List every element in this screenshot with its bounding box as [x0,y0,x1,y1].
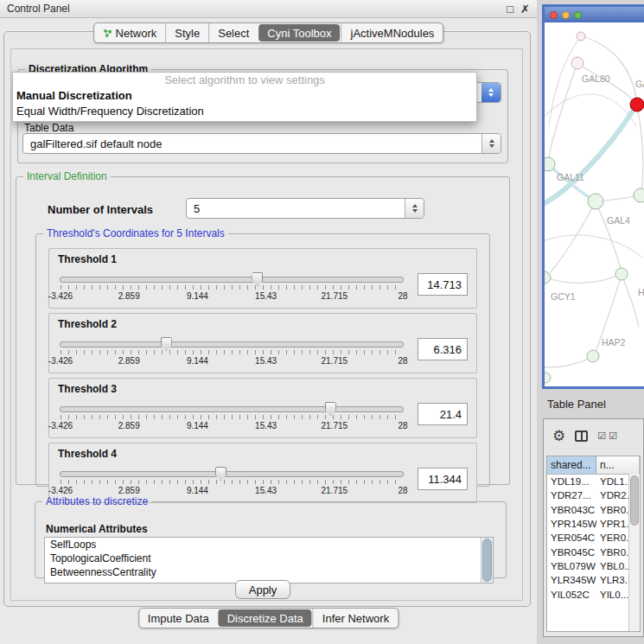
table-row[interactable]: YBR043CYBR0... [547,503,640,517]
axis-tick-label: 15.43 [255,356,277,366]
attribute-item-selfloops[interactable]: SelfLoops [45,538,493,552]
axis-tick-label: 9.144 [187,291,208,301]
column-header-name[interactable]: n... [596,456,640,474]
algorithm-dropdown-popup: Select algorithm to view settings Manual… [12,72,477,122]
minimize-traffic-light-icon[interactable] [562,11,570,19]
threshold-3-value-field[interactable]: 21.4 [418,403,468,425]
slider-axis-labels: -3.4262.8599.14415.4321.71528 [61,291,403,302]
network-node-red-node[interactable] [630,98,644,112]
num-intervals-value: 5 [187,202,200,215]
tab-jactivemnodules-label: jActiveMNodules [351,27,435,40]
attributes-scrollbar[interactable] [481,538,493,583]
network-graph[interactable]: GAL80GAGAL11GAL4GCY1HHAP2 [545,22,644,386]
table-row[interactable]: YDL19...YDL1... [547,475,640,488]
bottom-tab-discretize-data-label: Discretize Data [227,612,303,625]
threshold-1-slider-thumb[interactable] [252,272,263,286]
network-node-top-node[interactable] [577,32,585,41]
threshold-2-slider-thumb[interactable] [161,337,172,351]
apply-button[interactable]: Apply [235,580,290,599]
network-node-gal11[interactable] [545,157,555,171]
table-row[interactable]: YPR145WYPR1... [547,517,640,531]
bottom-tab-infer-network[interactable]: Infer Network [313,609,398,628]
algorithm-option-manual-discretization[interactable]: Manual Discretization [13,88,476,104]
bottom-tab-infer-network-label: Infer Network [322,612,389,625]
num-intervals-select[interactable]: 5 [186,198,424,219]
scrollbar-thumb[interactable] [482,539,492,582]
bottom-tab-impute-data[interactable]: Impute Data [139,609,218,628]
tab-select[interactable]: Select [208,23,258,42]
node-label-gcy1: GCY1 [551,291,576,302]
axis-tick-label: 28 [398,486,407,495]
axis-tick-label: 28 [398,421,407,430]
tab-network[interactable]: Network [94,23,166,42]
network-node-right-node[interactable] [634,188,644,202]
axis-tick-label: -3.426 [48,486,73,495]
node-table: shared...n... YDL19...YDL1...YDR27...YDR… [546,456,641,632]
attribute-item-betweennesscentrality[interactable]: BetweennessCentrality [45,565,493,579]
network-canvas[interactable]: GAL80GAGAL11GAL4GCY1HHAP2 [545,22,644,386]
thresholds-container: Threshold 1-3.4262.8599.14415.4321.71528… [48,248,477,503]
algorithm-option-equal-width-frequency-discretization[interactable]: Equal Width/Frequency Discretization [13,104,476,119]
threshold-4-value-field[interactable]: 11.344 [418,468,468,490]
threshold-2-value-field[interactable]: 6.316 [418,338,468,360]
table-row[interactable]: YER054CYER0... [547,531,640,545]
threshold-4-slider[interactable] [60,471,404,477]
axis-tick-label: 21.715 [322,421,348,430]
table-row[interactable]: YIL052CYIL0... [547,587,640,601]
slider-tick-marks [61,480,403,484]
network-node-gal4[interactable] [588,194,603,209]
table-row[interactable]: YDR27...YDR2... [547,488,640,502]
table-data-select[interactable]: galFiltered.sif default node [22,133,501,154]
close-traffic-light-icon[interactable] [550,11,558,19]
network-node-hap2[interactable] [587,350,599,362]
column-header-shared-name[interactable]: shared... [547,456,596,474]
table-scrollbar[interactable] [628,474,640,631]
attribute-item-topologicalcoefficient[interactable]: TopologicalCoefficient [45,552,493,565]
cell-shared-name: YER054C [547,532,596,543]
axis-tick-label: 2.859 [118,486,140,495]
node-label-h-fragment: H [638,287,644,297]
clear-selection-icon[interactable]: ☑ [609,431,617,441]
network-node-mid-node[interactable] [615,268,628,280]
select-all-icon[interactable]: ☑ [597,431,606,441]
bottom-tab-discretize-data[interactable]: Discretize Data [219,609,312,627]
control-panel-titlebar: Control Panel □ ✗ [0,0,537,18]
threshold-2-slider[interactable] [60,341,404,348]
axis-tick-label: 21.715 [322,291,348,301]
cell-shared-name: YBR045C [547,547,596,558]
tab-cyni-toolbox[interactable]: Cyni Toolbox [258,24,340,41]
combo-arrows-icon[interactable] [405,199,424,218]
network-node-gal80[interactable] [571,57,583,69]
threshold-3-slider-thumb[interactable] [325,402,336,416]
zoom-traffic-light-icon[interactable] [574,11,582,19]
threshold-3-label: Threshold 3 [58,383,468,395]
threshold-4-slider-thumb[interactable] [215,467,226,481]
network-node-gcy1[interactable] [545,271,551,284]
cell-shared-name: YIL052C [547,590,596,600]
cell-shared-name: YPR145W [547,519,596,529]
threshold-1-slider[interactable] [60,277,404,283]
threshold-3-slider[interactable] [60,406,404,412]
table-data-select-value: galFiltered.sif default node [23,137,162,150]
threshold-1-value-field[interactable]: 14.713 [418,273,468,296]
network-node-bottom-left-node[interactable] [545,373,551,383]
columns-icon[interactable] [575,430,588,442]
table-row[interactable]: YBR045CYBR0... [547,545,640,558]
algorithm-hint-option[interactable]: Select algorithm to view settings [13,73,476,88]
thresholds-group: Threshold's Coordinates for 5 Intervals … [35,227,490,487]
network-window-titlebar[interactable] [545,7,644,22]
table-row[interactable]: YLR345WYLR3... [547,573,640,587]
tab-cyni-toolbox-label: Cyni Toolbox [267,27,331,40]
tab-jactivemnodules[interactable]: jActiveMNodules [341,23,443,42]
table-data-label: Table Data [24,122,73,134]
float-window-icon[interactable]: □ [507,3,513,16]
close-icon[interactable]: ✗ [520,3,530,16]
combo-arrows-icon[interactable] [481,83,501,102]
gear-icon[interactable]: ⚙ [552,429,565,443]
table-row[interactable]: YBL079WYBL0... [547,559,640,573]
scrollbar-thumb[interactable] [630,475,639,526]
control-panel-window: Control Panel □ ✗ NetworkStyleSelectCyni… [0,0,537,644]
tab-style[interactable]: Style [165,23,208,42]
cell-shared-name: YLR345W [547,575,596,585]
combo-arrows-icon[interactable] [481,134,501,153]
